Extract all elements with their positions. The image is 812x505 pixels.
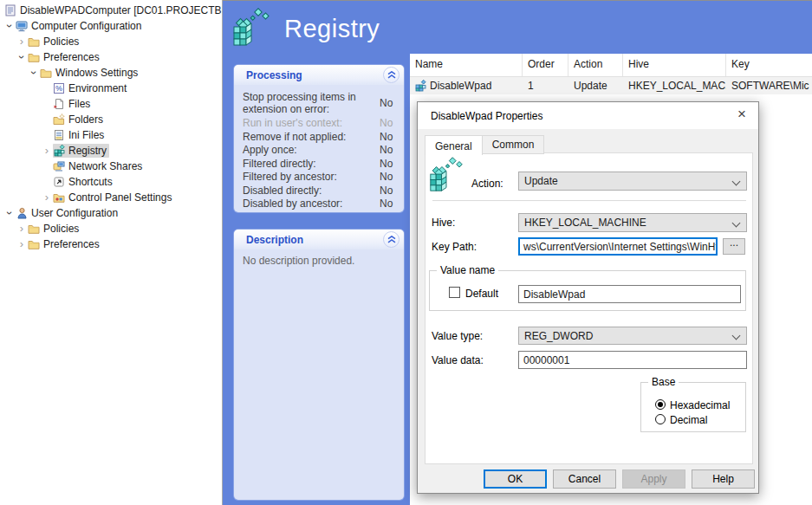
tree-item-registry[interactable]: › Registry xyxy=(0,143,222,159)
tree-item-network-shares[interactable]: Network Shares xyxy=(0,159,222,174)
tree-item-policies-user[interactable]: › Policies xyxy=(0,221,222,236)
processing-row: Filtered by ancestor: No xyxy=(243,171,397,185)
processing-label: Filtered directly: xyxy=(243,159,380,171)
default-checkbox-label: Default xyxy=(465,288,498,300)
tree-item-folders[interactable]: Folders xyxy=(0,112,222,127)
tree-item-control-panel-settings[interactable]: › Control Panel Settings xyxy=(0,190,222,205)
network-shares-icon xyxy=(53,160,65,172)
processing-value: No xyxy=(380,185,397,197)
decimal-radio-label: Decimal xyxy=(670,414,707,426)
action-combobox[interactable]: Update xyxy=(518,172,747,191)
chevron-collapsed-icon[interactable]: › xyxy=(16,223,28,235)
value-data-input[interactable]: 00000001 xyxy=(518,351,747,369)
cell-hive: HKEY_LOCAL_MAC... xyxy=(623,80,726,92)
column-header-key[interactable]: Key xyxy=(726,54,812,76)
tree-item-files[interactable]: Files xyxy=(0,96,222,112)
hive-value: HKEY_LOCAL_MACHINE xyxy=(524,217,646,229)
key-path-input[interactable]: ws\CurrentVersion\Internet Settings\WinH… xyxy=(518,237,718,256)
decimal-radio[interactable] xyxy=(655,414,666,424)
chevron-expanded-icon[interactable]: › xyxy=(28,67,40,79)
value-data-value: 00000001 xyxy=(523,354,569,366)
chevron-expanded-icon[interactable]: › xyxy=(16,51,28,63)
tree-item-policies-computer[interactable]: › Policies xyxy=(0,34,222,49)
processing-label: Apply once: xyxy=(243,145,380,157)
processing-value: No xyxy=(380,172,397,184)
chevron-up-circle-icon[interactable] xyxy=(383,231,400,248)
value-data-label: Value data: xyxy=(432,354,484,366)
tree-item-user-configuration[interactable]: › User Configuration xyxy=(0,205,222,221)
registry-cube-icon xyxy=(232,8,270,50)
processing-value: No xyxy=(380,198,397,210)
chevron-collapsed-icon[interactable]: › xyxy=(41,145,53,157)
processing-value: No xyxy=(380,132,397,144)
browse-button[interactable]: ... xyxy=(723,238,745,255)
tree-item-shortcuts[interactable]: Shortcuts xyxy=(0,174,222,190)
tab-general[interactable]: General xyxy=(425,135,483,155)
tree-item-preferences-user[interactable]: › Preferences xyxy=(0,236,222,252)
registry-icon xyxy=(54,145,66,157)
registry-pane-header: Registry xyxy=(232,7,380,50)
cell-key: SOFTWARE\Mic xyxy=(726,80,812,92)
column-header-order[interactable]: Order xyxy=(523,54,568,76)
chevron-collapsed-icon[interactable]: › xyxy=(16,36,28,48)
help-button[interactable]: Help xyxy=(692,469,755,489)
files-icon xyxy=(53,98,65,110)
hexadecimal-radio[interactable] xyxy=(655,399,666,410)
tree-item-preferences-computer[interactable]: › Preferences xyxy=(0,49,222,65)
folder-icon xyxy=(28,223,40,235)
processing-row: Remove if not applied: No xyxy=(243,131,397,145)
tree-item-label: Windows Settings xyxy=(55,67,138,79)
description-panel: Description No description provided. xyxy=(234,230,404,500)
close-icon[interactable]: × xyxy=(731,104,753,125)
processing-value: No xyxy=(380,145,397,157)
separator xyxy=(432,200,746,202)
tab-common[interactable]: Common xyxy=(483,135,545,154)
tree-item-label: Environment xyxy=(68,82,127,94)
chevron-expanded-icon[interactable]: › xyxy=(3,20,16,32)
processing-row: Stop processing items in extension on er… xyxy=(243,90,397,117)
chevron-collapsed-icon[interactable]: › xyxy=(16,238,28,250)
cancel-button[interactable]: Cancel xyxy=(553,469,616,489)
value-type-combobox[interactable]: REG_DWORD xyxy=(518,327,747,345)
key-path-label: Key Path: xyxy=(432,241,477,253)
tree-item-environment[interactable]: % Environment xyxy=(0,81,222,96)
folder-icon xyxy=(28,51,40,63)
registry-cube-icon xyxy=(429,156,464,197)
tree-item-ini-files[interactable]: Ini Files xyxy=(0,127,222,143)
registry-item-row[interactable]: DisableWpad 1 Update HKEY_LOCAL_MAC... S… xyxy=(410,77,812,94)
tree-item-label: Preferences xyxy=(43,51,100,63)
column-header-hive[interactable]: Hive xyxy=(623,54,726,76)
value-name-group-label: Value name xyxy=(437,264,498,276)
dialog-tabs: General Common xyxy=(425,134,544,154)
tree-item-label: DisableWPADComputer [DC01.PROJECTBLA xyxy=(20,4,223,16)
tree-item-computer-configuration[interactable]: › Computer Configuration xyxy=(0,18,222,34)
chevron-down-icon xyxy=(732,178,741,186)
processing-panel: Processing Stop processing items in exte… xyxy=(234,65,404,212)
value-name-input[interactable]: DisableWpad xyxy=(518,285,741,303)
dialog-title: DisableWpad Properties xyxy=(431,110,542,122)
tree-selection-highlight: Registry xyxy=(53,144,109,158)
processing-row: Disabled by ancestor: No xyxy=(243,197,397,211)
apply-button[interactable]: Apply xyxy=(622,469,685,489)
processing-panel-title: Processing xyxy=(246,69,383,81)
tree-item-label: Policies xyxy=(43,36,79,48)
ok-button[interactable]: OK xyxy=(484,469,547,489)
tree-item-windows-settings[interactable]: › Windows Settings xyxy=(0,65,222,81)
chevron-expanded-icon[interactable]: › xyxy=(3,207,16,219)
base-group-label: Base xyxy=(648,376,679,388)
chevron-up-circle-icon[interactable] xyxy=(383,67,400,83)
column-header-name[interactable]: Name xyxy=(410,54,523,76)
folders-icon xyxy=(53,113,65,126)
default-checkbox[interactable] xyxy=(449,287,460,298)
chevron-collapsed-icon[interactable]: › xyxy=(41,191,53,204)
computer-icon xyxy=(16,20,28,32)
folder-icon xyxy=(40,67,52,79)
cell-name: DisableWpad xyxy=(430,80,491,92)
tree-item-gpo-root[interactable]: DisableWPADComputer [DC01.PROJECTBLA xyxy=(0,3,222,18)
environment-icon: % xyxy=(53,82,65,94)
column-header-action[interactable]: Action xyxy=(568,54,623,76)
svg-text:%: % xyxy=(55,84,62,93)
processing-label: Disabled by ancestor: xyxy=(243,198,380,210)
processing-label: Run in user's context: xyxy=(243,118,380,130)
hive-combobox[interactable]: HKEY_LOCAL_MACHINE xyxy=(518,213,747,232)
